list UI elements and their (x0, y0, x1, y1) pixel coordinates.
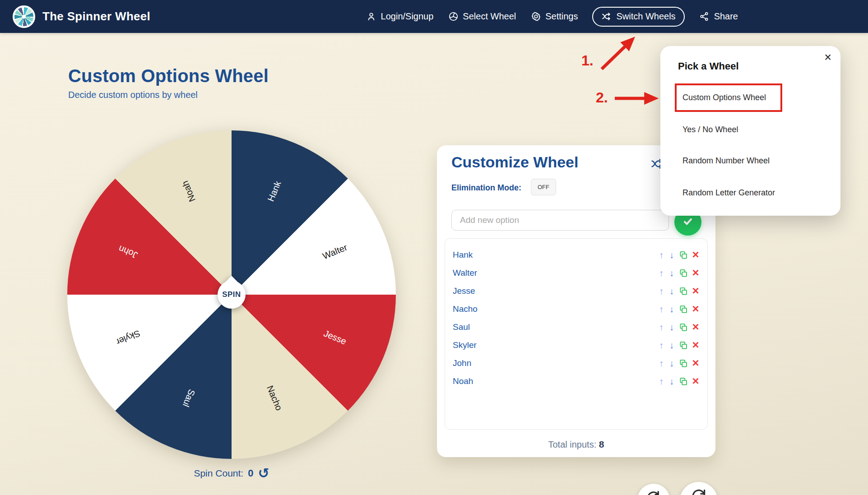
spin-count-value: 0 (248, 467, 253, 479)
move-down-icon[interactable]: ↓ (668, 323, 675, 332)
page-title: Custom Options Wheel (68, 66, 269, 86)
option-row: Jesse↑↓× (445, 282, 707, 300)
move-down-icon[interactable]: ↓ (668, 305, 675, 314)
spin-count-label: Spin Count: (194, 468, 243, 479)
delete-icon[interactable]: × (691, 303, 700, 315)
gear-icon (530, 11, 541, 22)
duplicate-icon[interactable] (678, 377, 688, 386)
brand: The Spinner Wheel (13, 5, 150, 28)
delete-icon[interactable]: × (691, 249, 700, 260)
page: The Spinner Wheel Login/SignupSelect Whe… (0, 0, 868, 495)
option-actions: ↑↓× (658, 286, 700, 296)
move-up-icon[interactable]: ↑ (658, 250, 665, 259)
duplicate-icon[interactable] (678, 305, 688, 314)
nav-select-wheel[interactable]: Select Wheel (448, 11, 516, 22)
elimination-mode-toggle[interactable]: OFF (531, 179, 556, 195)
duplicate-icon[interactable] (678, 359, 688, 368)
duplicate-icon[interactable] (678, 250, 688, 260)
move-down-icon[interactable]: ↓ (668, 287, 675, 296)
delete-icon[interactable]: × (691, 321, 700, 333)
option-row: Walter↑↓× (445, 264, 707, 282)
customize-title: Customize Wheel (451, 153, 578, 171)
popup-title: Pick a Wheel (678, 60, 739, 72)
option-actions: ↑↓× (658, 340, 700, 351)
check-icon (682, 215, 694, 229)
share-icon (699, 11, 710, 22)
close-icon[interactable]: × (824, 51, 831, 64)
option-row: Hank↑↓× (445, 246, 707, 264)
add-option-input[interactable] (451, 210, 669, 231)
delete-icon[interactable]: × (691, 285, 700, 296)
nav-login-signup[interactable]: Login/Signup (366, 11, 434, 22)
option-actions: ↑↓× (658, 358, 700, 369)
duplicate-icon[interactable] (678, 268, 688, 278)
duplicate-icon[interactable] (678, 323, 688, 332)
option-actions: ↑↓× (658, 268, 700, 278)
move-up-icon[interactable]: ↑ (658, 287, 665, 296)
move-up-icon[interactable]: ↑ (658, 305, 665, 314)
fab-secondary-button[interactable] (637, 484, 670, 495)
duplicate-icon[interactable] (678, 341, 688, 350)
nav-switch-wheels[interactable]: Switch Wheels (592, 7, 684, 27)
app-title: The Spinner Wheel (42, 9, 150, 23)
shuffle-icon (601, 11, 612, 22)
nav-share[interactable]: Share (699, 11, 738, 22)
option-name: Saul (453, 322, 658, 332)
redo-arrow-icon (690, 487, 707, 495)
spin-button-label: SPIN (218, 281, 246, 309)
spinner-wheel: HankWalterJesseNachoSaulSkylerJohnNoah S… (67, 130, 396, 459)
nav-label: Switch Wheels (616, 11, 675, 22)
option-actions: ↑↓× (658, 250, 700, 260)
elimination-mode-label: Elimination Mode: (451, 183, 521, 193)
option-name: Nacho (453, 304, 658, 314)
total-inputs: Total inputs: 8 (437, 439, 715, 450)
move-up-icon[interactable]: ↑ (658, 323, 665, 332)
move-down-icon[interactable]: ↓ (668, 377, 675, 386)
option-row: Skyler↑↓× (445, 336, 707, 354)
total-inputs-label: Total inputs: (548, 439, 597, 449)
page-heading: Custom Options Wheel Decide custom optio… (68, 66, 269, 100)
page-subtitle: Decide custom options by wheel (68, 90, 269, 100)
move-down-icon[interactable]: ↓ (668, 268, 675, 278)
delete-icon[interactable]: × (691, 375, 700, 387)
nav-settings[interactable]: Settings (530, 11, 578, 22)
nav-label: Share (714, 11, 738, 22)
nav-label: Login/Signup (381, 11, 434, 22)
option-row: Nacho↑↓× (445, 300, 707, 318)
move-up-icon[interactable]: ↑ (658, 377, 665, 386)
option-actions: ↑↓× (658, 322, 700, 333)
user-icon (366, 11, 377, 22)
delete-icon[interactable]: × (691, 357, 700, 369)
header-nav: Login/SignupSelect WheelSettingsSwitch W… (366, 0, 738, 33)
move-up-icon[interactable]: ↑ (658, 341, 665, 350)
option-name: Skyler (453, 340, 658, 350)
fab-redo-button[interactable] (680, 482, 718, 495)
option-name: Jesse (453, 286, 658, 296)
delete-icon[interactable]: × (691, 339, 700, 351)
spin-button[interactable]: SPIN (218, 281, 246, 309)
wheel-option-random-letter-generator[interactable]: Random Letter Generator (682, 186, 775, 199)
move-down-icon[interactable]: ↓ (668, 250, 675, 259)
wheel-option-random-number-wheel[interactable]: Random Number Wheel (682, 154, 770, 167)
curved-arrow-icon (645, 489, 662, 495)
move-up-icon[interactable]: ↑ (658, 359, 665, 368)
reset-spin-count-icon[interactable]: ↺ (258, 467, 269, 480)
wheel-option-yes-no-wheel[interactable]: Yes / No Wheel (682, 123, 738, 136)
option-name: Noah (453, 376, 658, 386)
move-down-icon[interactable]: ↓ (668, 359, 675, 368)
wheel-option-custom-options-wheel[interactable]: Custom Options Wheel (682, 91, 766, 104)
nav-label: Settings (545, 11, 578, 22)
duplicate-icon[interactable] (678, 287, 688, 296)
pick-a-wheel-popup: × Pick a Wheel Custom Options WheelYes /… (660, 46, 840, 216)
delete-icon[interactable]: × (691, 267, 700, 278)
option-actions: ↑↓× (658, 304, 700, 315)
option-row: Noah↑↓× (445, 372, 707, 390)
option-name: Hank (453, 250, 658, 260)
move-up-icon[interactable]: ↑ (658, 268, 665, 278)
option-name: Walter (453, 268, 658, 278)
option-name: John (453, 358, 658, 368)
annotation-step-2: 2. (596, 89, 608, 106)
option-actions: ↑↓× (658, 376, 700, 387)
move-down-icon[interactable]: ↓ (668, 341, 675, 350)
nav-label: Select Wheel (463, 11, 516, 22)
